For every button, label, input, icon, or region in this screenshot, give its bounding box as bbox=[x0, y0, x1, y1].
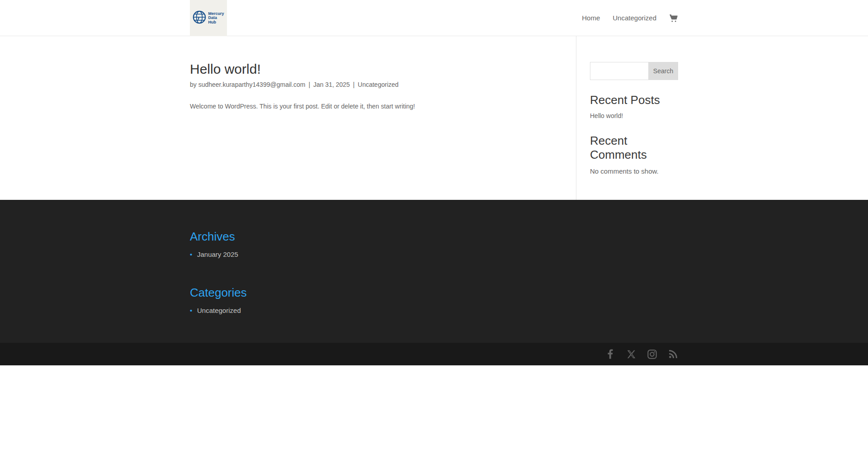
facebook-icon bbox=[607, 349, 613, 359]
nav-item-home[interactable]: Home bbox=[582, 14, 600, 22]
list-item: Uncategorized bbox=[190, 306, 678, 316]
site-logo[interactable]: Mercury Data Hub bbox=[190, 0, 227, 36]
sidebar-divider bbox=[576, 36, 576, 200]
post-title[interactable]: Hello world! bbox=[190, 62, 561, 76]
meta-separator: | bbox=[352, 81, 356, 88]
post-article: Hello world! by sudheer.kuraparthy14399@… bbox=[190, 62, 561, 111]
post-meta-by: by bbox=[190, 81, 197, 88]
category-link[interactable]: Uncategorized bbox=[197, 307, 241, 314]
archives-title: Archives bbox=[190, 230, 678, 244]
post-category-link[interactable]: Uncategorized bbox=[358, 81, 398, 88]
x-icon bbox=[627, 350, 636, 359]
recent-posts-title: Recent Posts bbox=[590, 93, 678, 107]
post-author-link[interactable]: sudheer.kuraparthy14399@gmail.com bbox=[198, 81, 306, 88]
rss-icon bbox=[668, 350, 678, 359]
nav-item-uncategorized[interactable]: Uncategorized bbox=[613, 14, 656, 22]
post-body: Welcome to WordPress. This is your first… bbox=[190, 101, 561, 111]
globe-logo-icon bbox=[193, 10, 206, 26]
archive-link[interactable]: January 2025 bbox=[197, 250, 238, 258]
page: Mercury Data Hub Home Uncategorized bbox=[0, 0, 868, 449]
instagram-link[interactable] bbox=[646, 349, 657, 359]
facebook-link[interactable] bbox=[605, 349, 616, 359]
search-input[interactable] bbox=[590, 62, 648, 80]
categories-title: Categories bbox=[190, 286, 678, 300]
list-item: Hello world! bbox=[590, 111, 678, 121]
shopping-cart-icon bbox=[669, 14, 678, 23]
widget-recent-posts: Recent Posts Hello world! bbox=[590, 93, 678, 121]
recent-post-link[interactable]: Hello world! bbox=[590, 112, 623, 119]
main-content: Hello world! by sudheer.kuraparthy14399@… bbox=[0, 36, 868, 200]
post-date: Jan 31, 2025 bbox=[313, 81, 350, 88]
recent-comments-title: Recent Comments bbox=[590, 134, 678, 162]
x-twitter-link[interactable] bbox=[626, 349, 637, 359]
footer-bottom-bar bbox=[0, 343, 868, 365]
widget-archives: Archives January 2025 bbox=[190, 230, 678, 260]
recent-comments-empty: No comments to show. bbox=[590, 166, 678, 177]
widget-categories: Categories Uncategorized bbox=[190, 286, 678, 316]
logo-text: Mercury Data Hub bbox=[208, 12, 224, 24]
post-meta: by sudheer.kuraparthy14399@gmail.com | J… bbox=[190, 81, 561, 88]
sidebar: Search Recent Posts Hello world! Recent … bbox=[590, 62, 678, 176]
site-footer: Archives January 2025 Categories Uncateg… bbox=[0, 200, 868, 343]
meta-separator: | bbox=[307, 81, 311, 88]
cart-button[interactable] bbox=[669, 14, 678, 23]
widget-recent-comments: Recent Comments No comments to show. bbox=[590, 134, 678, 176]
search-button[interactable]: Search bbox=[648, 62, 678, 80]
rss-link[interactable] bbox=[667, 349, 678, 359]
search-form: Search bbox=[590, 62, 678, 80]
main-nav: Home Uncategorized bbox=[582, 0, 678, 36]
list-item: January 2025 bbox=[190, 250, 678, 260]
instagram-icon bbox=[647, 350, 657, 359]
site-header: Mercury Data Hub Home Uncategorized bbox=[0, 0, 868, 36]
